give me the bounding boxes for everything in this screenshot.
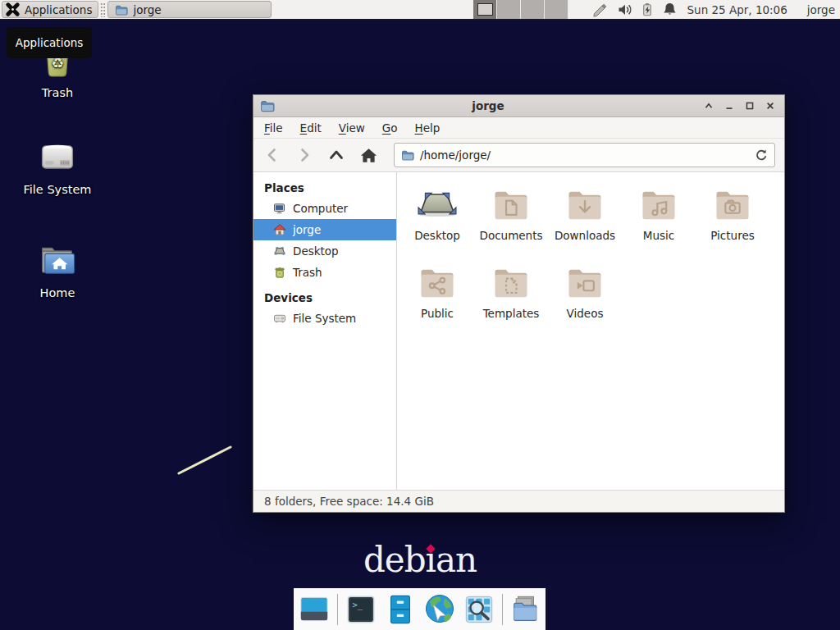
- workspace-1[interactable]: [473, 0, 497, 19]
- desktop: Applications jorge: [0, 0, 840, 630]
- sidebar-item-label: Trash: [293, 266, 322, 279]
- desktop-icon-home[interactable]: Home: [16, 236, 98, 299]
- xfce-logo-icon: [5, 2, 21, 17]
- desktop-line-artifact: [172, 441, 238, 480]
- desktop-icon-filesystem[interactable]: File System: [16, 133, 98, 196]
- file-label: Pictures: [710, 229, 754, 242]
- show-desktop-icon: [299, 594, 330, 625]
- sidebar-item-label: File System: [293, 312, 356, 325]
- panel-right-area: Sun 25 Apr, 10:06 jorge: [473, 0, 840, 20]
- back-button[interactable]: [262, 145, 282, 165]
- menu-file[interactable]: File: [264, 121, 283, 135]
- debian-logo-text: deb: [363, 540, 426, 580]
- minimize-button[interactable]: [722, 98, 737, 113]
- terminal-icon: >_: [345, 594, 377, 625]
- videos-folder-icon: [564, 262, 606, 304]
- sidebar-devices-header: Devices: [253, 288, 396, 308]
- file-item-downloads[interactable]: Downloads: [548, 184, 622, 262]
- file-view[interactable]: Desktop Documents: [397, 172, 784, 490]
- file-item-public[interactable]: Public: [400, 262, 474, 340]
- applications-tooltip: Applications: [7, 27, 92, 58]
- desktop-icon: [273, 244, 286, 258]
- workspace-3[interactable]: [521, 0, 545, 19]
- menu-edit[interactable]: Edit: [300, 121, 322, 135]
- session-username[interactable]: jorge: [807, 3, 835, 16]
- sidebar-item-computer[interactable]: Computer: [253, 198, 396, 219]
- file-label: Desktop: [414, 229, 460, 242]
- sidebar-item-desktop[interactable]: Desktop: [253, 240, 396, 262]
- sidebar-item-trash[interactable]: Trash: [253, 262, 396, 283]
- desktop-folder-icon: [416, 184, 459, 226]
- debian-logo-text: an: [436, 540, 477, 580]
- harddrive-icon: [36, 136, 79, 179]
- forward-button[interactable]: [294, 145, 314, 165]
- home-button[interactable]: [358, 145, 378, 165]
- volume-icon[interactable]: [617, 2, 632, 17]
- file-label: Documents: [480, 229, 543, 242]
- svg-text:>_: >_: [352, 600, 363, 610]
- desktop-icon-label: Home: [40, 286, 75, 299]
- bottom-dock: >_: [294, 588, 546, 630]
- trash-small-icon: [273, 266, 286, 279]
- sidebar: Places Computer: [253, 172, 397, 490]
- menu-go[interactable]: Go: [382, 121, 398, 135]
- taskbar-drag-handle[interactable]: [100, 2, 106, 17]
- public-folder-icon: [416, 262, 459, 304]
- maximize-button[interactable]: [742, 98, 757, 113]
- file-manager-launcher[interactable]: [384, 593, 417, 626]
- web-browser-launcher[interactable]: [423, 593, 456, 626]
- file-grid: Desktop Documents: [397, 172, 784, 340]
- file-manager-window: jorge File Edit View Go Help: [253, 94, 785, 513]
- status-text: 8 folders, Free space: 14.4 GiB: [264, 495, 434, 508]
- dock-separator: [502, 594, 503, 625]
- workspace-window-preview: [477, 3, 493, 16]
- workspace-2[interactable]: [497, 0, 521, 19]
- globe-browser-icon: [423, 593, 456, 626]
- window-folder-icon: [260, 98, 275, 113]
- file-cabinet-icon: [385, 594, 416, 625]
- menu-help[interactable]: Help: [415, 121, 441, 135]
- directory-folder-icon: [510, 594, 541, 625]
- system-tray: [591, 2, 678, 18]
- documents-folder-icon: [490, 184, 532, 226]
- workspace-4[interactable]: [545, 0, 568, 19]
- file-label: Videos: [567, 307, 604, 320]
- close-button[interactable]: [763, 98, 778, 113]
- address-bar[interactable]: /home/jorge/: [394, 143, 775, 167]
- file-item-documents[interactable]: Documents: [474, 184, 548, 262]
- file-item-music[interactable]: Music: [622, 184, 696, 262]
- directory-menu-button[interactable]: [509, 593, 542, 626]
- taskbar-window-button[interactable]: jorge: [107, 1, 272, 18]
- file-item-videos[interactable]: Videos: [548, 262, 622, 340]
- address-path[interactable]: /home/jorge/: [420, 148, 749, 162]
- dock-separator: [337, 594, 338, 625]
- file-item-desktop[interactable]: Desktop: [400, 184, 474, 262]
- sidebar-item-label: Desktop: [293, 244, 339, 258]
- file-item-templates[interactable]: Templates: [474, 262, 548, 340]
- applications-menu-button[interactable]: Applications: [2, 1, 98, 18]
- sidebar-places-header: Places: [253, 178, 396, 198]
- clock[interactable]: Sun 25 Apr, 10:06: [687, 3, 788, 16]
- battery-icon[interactable]: [640, 2, 655, 17]
- applications-menu-label: Applications: [25, 3, 92, 16]
- file-label: Public: [421, 307, 454, 320]
- shade-button[interactable]: [701, 98, 716, 113]
- sidebar-item-filesystem[interactable]: File System: [253, 308, 396, 329]
- downloads-folder-icon: [564, 184, 606, 226]
- toolbar: /home/jorge/: [253, 139, 784, 172]
- up-button[interactable]: [326, 145, 346, 165]
- menu-view[interactable]: View: [339, 121, 365, 135]
- home-icon: [273, 223, 286, 236]
- file-label: Templates: [483, 307, 540, 320]
- app-finder-launcher[interactable]: [463, 593, 495, 626]
- file-item-pictures[interactable]: Pictures: [696, 184, 769, 262]
- pictures-folder-icon: [711, 184, 754, 226]
- show-desktop-button[interactable]: [298, 593, 331, 626]
- reload-icon[interactable]: [755, 148, 768, 162]
- stylus-tool-icon[interactable]: [591, 2, 609, 18]
- terminal-launcher[interactable]: >_: [345, 593, 377, 626]
- window-titlebar[interactable]: jorge: [253, 95, 784, 117]
- address-folder-icon: [401, 148, 414, 162]
- sidebar-item-jorge[interactable]: jorge: [253, 219, 396, 240]
- notifications-bell-icon[interactable]: [662, 2, 678, 17]
